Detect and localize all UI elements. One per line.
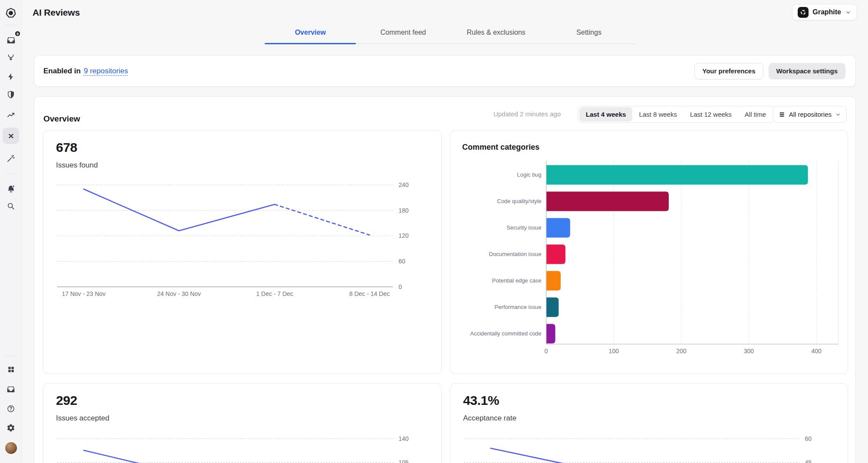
page-title: AI Reviews	[33, 7, 80, 18]
comment-categories-chart: 0100200300400Logic bugCode quality/style…	[450, 157, 848, 361]
svg-text:100: 100	[609, 348, 619, 355]
lightning-icon[interactable]	[3, 69, 19, 85]
inbox-unread-badge: 9	[14, 30, 21, 37]
merge-icon[interactable]	[3, 50, 19, 66]
gear-icon[interactable]	[3, 420, 19, 436]
svg-text:Logic bug: Logic bug	[517, 171, 541, 178]
issues-accepted-value: 292	[56, 393, 77, 408]
magic-wand-icon[interactable]	[3, 151, 19, 166]
ai-reviews-page: 9	[0, 0, 868, 463]
your-preferences-button[interactable]: Your preferences	[694, 63, 763, 79]
svg-text:Code quality/style: Code quality/style	[497, 198, 541, 204]
tab-bar: Overview Comment feed Rules & exclusions…	[264, 28, 635, 44]
workspace-switcher-button[interactable]: Graphite	[792, 4, 857, 20]
overview-section: Overview Updated 2 minutes ago Last 4 we…	[34, 96, 856, 463]
repository-selector-label: All repositories	[789, 111, 832, 118]
apps-grid-icon[interactable]	[3, 361, 19, 377]
filter-last-4-weeks[interactable]: Last 4 weeks	[579, 107, 633, 121]
bell-icon[interactable]	[3, 181, 19, 197]
trend-chart-icon[interactable]	[3, 107, 19, 123]
filter-last-8-weeks[interactable]: Last 8 weeks	[632, 107, 684, 121]
search-icon[interactable]	[3, 198, 19, 214]
svg-text:Security issue: Security issue	[506, 224, 542, 231]
filter-last-12-weeks[interactable]: Last 12 weeks	[684, 107, 738, 121]
svg-text:60: 60	[805, 435, 812, 442]
comment-categories-title: Comment categories	[462, 143, 539, 152]
banner-text: Enabled in	[43, 67, 81, 76]
svg-text:Accidentally committed code: Accidentally committed code	[470, 330, 541, 337]
graphite-logo-icon	[798, 7, 809, 18]
svg-text:45: 45	[805, 459, 812, 463]
svg-text:300: 300	[744, 348, 754, 355]
chevron-down-icon	[835, 112, 841, 118]
tray-icon[interactable]	[3, 381, 19, 397]
svg-text:400: 400	[812, 348, 822, 355]
svg-text:0: 0	[398, 283, 402, 290]
issues-accepted-card: 292 Issues accepted 140105	[43, 383, 442, 463]
svg-text:8 Dec - 14 Dec: 8 Dec - 14 Dec	[349, 290, 390, 297]
svg-text:24 Nov - 30 Nov: 24 Nov - 30 Nov	[157, 290, 201, 297]
svg-text:Performance issue: Performance issue	[495, 304, 542, 310]
issues-accepted-label: Issues accepted	[56, 414, 109, 423]
issues-found-chart: 24018012060017 Nov - 23 Nov24 Nov - 30 N…	[43, 174, 441, 304]
repositories-link[interactable]: 9 repositories	[84, 67, 128, 76]
sidebar-divider	[5, 25, 17, 25]
tab-rules-exclusions[interactable]: Rules & exclusions	[450, 28, 542, 44]
acceptance-rate-label: Acceptance rate	[463, 414, 516, 423]
inbox-icon[interactable]: 9	[3, 32, 19, 48]
comment-categories-card: Comment categories 0100200300400Logic bu…	[450, 130, 848, 374]
sidebar-divider	[5, 174, 17, 174]
svg-text:60: 60	[398, 258, 405, 265]
svg-text:Documentation issue: Documentation issue	[489, 251, 542, 257]
tab-comment-feed[interactable]: Comment feed	[357, 28, 450, 44]
issues-found-label: Issues found	[56, 161, 98, 170]
workspace-settings-button[interactable]: Workspace settings	[769, 63, 845, 79]
graphite-logo-icon[interactable]	[3, 5, 19, 21]
time-range-filter: Last 4 weeks Last 8 weeks Last 12 weeks …	[578, 106, 774, 123]
acceptance-rate-value: 43.1%	[463, 393, 499, 408]
issues-found-value: 678	[56, 140, 77, 155]
shield-icon[interactable]	[3, 87, 19, 102]
updated-timestamp: Updated 2 minutes ago	[493, 110, 561, 118]
svg-text:17 Nov - 23 Nov: 17 Nov - 23 Nov	[62, 290, 105, 297]
filter-all-time[interactable]: All time	[738, 107, 773, 121]
help-icon[interactable]	[3, 401, 19, 417]
overview-heading: Overview	[43, 114, 80, 124]
issues-accepted-chart: 140105	[43, 427, 441, 463]
ai-reviews-icon[interactable]	[3, 128, 19, 144]
acceptance-rate-chart: 6045	[450, 427, 848, 463]
chevron-down-icon	[845, 9, 852, 16]
sidebar: 9	[0, 0, 22, 463]
svg-text:Potential edge case: Potential edge case	[492, 277, 542, 284]
issues-found-card: 678 Issues found 24018012060017 Nov - 23…	[43, 130, 442, 374]
svg-text:105: 105	[398, 459, 409, 463]
avatar[interactable]	[3, 440, 19, 456]
workspace-name: Graphite	[812, 8, 841, 16]
svg-text:180: 180	[398, 207, 409, 214]
svg-text:0: 0	[545, 348, 548, 355]
acceptance-rate-card: 43.1% Acceptance rate 6045	[450, 383, 848, 463]
svg-text:1 Dec - 7 Dec: 1 Dec - 7 Dec	[256, 290, 293, 297]
repository-selector[interactable]: All repositories	[773, 106, 847, 123]
svg-text:200: 200	[676, 348, 687, 355]
svg-text:140: 140	[398, 435, 409, 442]
enabled-repos-banner: Enabled in 9 repositories Your preferenc…	[34, 55, 856, 87]
svg-text:240: 240	[398, 181, 409, 188]
tab-settings[interactable]: Settings	[542, 28, 635, 44]
tab-overview[interactable]: Overview	[264, 28, 357, 44]
rows-icon	[779, 111, 786, 118]
sidebar-divider	[5, 356, 17, 356]
svg-text:120: 120	[398, 232, 409, 239]
